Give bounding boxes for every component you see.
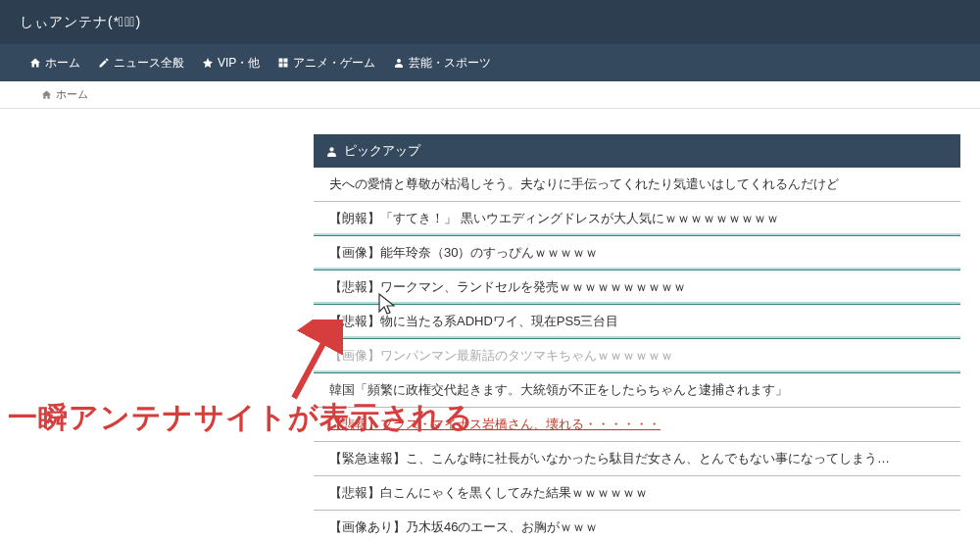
list-item[interactable]: 【緊急速報】こ、こんな時に社長がいなかったら駄目だ女さん、とんでもない事になって…	[314, 442, 960, 476]
main-content: ピックアップ 夫への愛情と尊敬が枯渇しそう。夫なりに手伝ってくれたり気遣いはして…	[314, 134, 960, 541]
nav-anime[interactable]: アニメ・ゲーム	[277, 55, 375, 72]
list-item[interactable]: 夫への愛情と尊敬が枯渇しそう。夫なりに手伝ってくれたり気遣いはしてくれるんだけど	[314, 168, 960, 202]
breadcrumb-home[interactable]: ホーム	[56, 87, 88, 102]
svg-line-0	[294, 334, 328, 398]
pencil-icon	[98, 57, 110, 69]
pickup-title: ピックアップ	[344, 142, 420, 160]
mouse-cursor-icon	[377, 292, 397, 318]
star-icon	[202, 57, 214, 69]
nav-entertainment[interactable]: 芸能・スポーツ	[393, 55, 491, 72]
list-item[interactable]: 【画像】能年玲奈（30）のすっぴんｗｗｗｗｗ	[314, 236, 960, 270]
home-icon	[29, 57, 41, 69]
site-title: しぃアンテナ(*ﾟｰﾟ)	[20, 14, 141, 31]
list-item[interactable]: 【画像】ワンパンマン最新話のタツマキちゃんｗｗｗｗｗｗ	[314, 339, 960, 373]
nav-vip-label: VIP・他	[218, 55, 260, 72]
list-item[interactable]: 【悲報】物に当たる系ADHDワイ、現在PS5三台目	[314, 305, 960, 339]
pickup-header: ピックアップ	[314, 134, 960, 168]
list-item[interactable]: 【朗報】「すてき！」 黒いウエディングドレスが大人気にｗｗｗｗｗｗｗｗｗ	[314, 202, 960, 236]
nav-home[interactable]: ホーム	[29, 55, 80, 72]
site-header: しぃアンテナ(*ﾟｰﾟ)	[0, 0, 980, 44]
nav-home-label: ホーム	[45, 55, 80, 72]
nav-vip[interactable]: VIP・他	[202, 55, 260, 72]
arrow-annotation-icon	[284, 320, 343, 408]
person-icon	[393, 57, 405, 69]
nav-anime-label: アニメ・ゲーム	[293, 55, 375, 72]
nav-news-label: ニュース全般	[114, 55, 184, 72]
nav-news[interactable]: ニュース全般	[98, 55, 184, 72]
home-icon	[41, 89, 52, 100]
list-item[interactable]: 【悲報】ワークマン、ランドセルを発売ｗｗｗｗｗｗｗｗｗｗ	[314, 270, 960, 305]
person-icon	[325, 145, 338, 158]
breadcrumb: ホーム	[0, 81, 980, 109]
grid-icon	[277, 57, 289, 69]
nav-entertainment-label: 芸能・スポーツ	[409, 55, 491, 72]
list-item[interactable]: 【画像あり】乃木坂46のエース、お胸がｗｗｗ	[314, 511, 960, 541]
list-item[interactable]: 【悲報】白こんにゃくを黒くしてみた結果ｗｗｗｗｗｗ	[314, 476, 960, 511]
annotation-text: 一瞬アンテナサイトが表示される	[8, 398, 474, 438]
main-nav: ホーム ニュース全般 VIP・他 アニメ・ゲーム 芸能・スポーツ	[0, 44, 980, 81]
